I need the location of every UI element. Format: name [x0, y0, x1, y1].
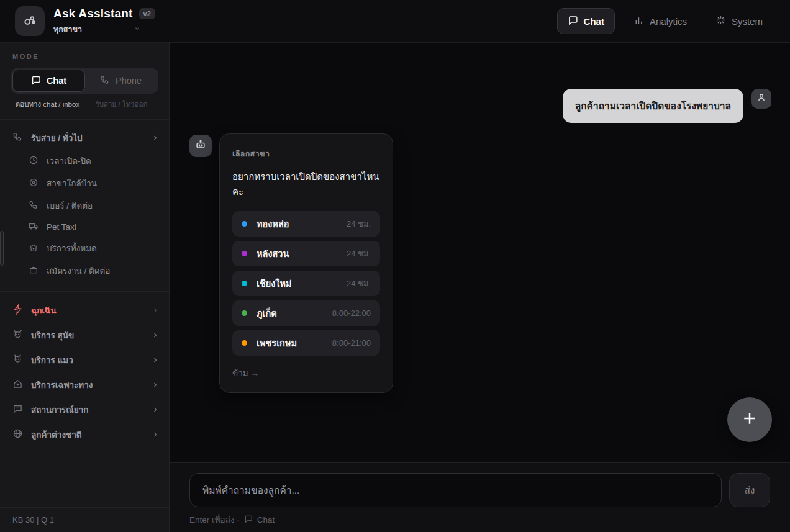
sidebar-group-dog-services[interactable]: บริการ สุนัข [0, 323, 169, 348]
sidebar-group-cat-services[interactable]: บริการ แมว [0, 348, 169, 372]
mode-phone-label: Phone [116, 76, 142, 86]
mode-descriptions: ตอบทาง chat / inbox รับสาย / โทรออก [11, 99, 158, 110]
question-input[interactable] [189, 473, 722, 507]
tab-system-label: System [732, 16, 763, 27]
sidebar-item-label: สมัครงาน / ติดต่อ [47, 264, 110, 277]
mode-phone-desc: รับสาย / โทรออก [84, 99, 158, 110]
composer-hint: Enter เพื่อส่ง · Chat [189, 513, 770, 526]
tab-system[interactable]: System [706, 9, 773, 34]
branch-option-chiangmai[interactable]: เชียงใหม่ 24 ชม. [232, 271, 380, 296]
sidebar-group-general[interactable]: รับสาย / ทั่วไป [0, 126, 169, 150]
branch-name: เชียงใหม่ [257, 276, 347, 291]
card-question: อยากทราบเวลาเปิดปิดของสาขาไหนคะ [232, 169, 380, 199]
chevron-right-icon [152, 331, 159, 339]
branch-list: ทองหล่อ 24 ชม. หลังสวน 24 ชม. เชียงใหม่ [232, 211, 380, 356]
sidebar-scrollbar[interactable] [0, 231, 4, 266]
globe-icon [12, 428, 23, 441]
branch-selector-value: ทุกสาขา [53, 23, 82, 35]
branch-dot [242, 251, 247, 256]
bag-plus-icon [29, 243, 39, 255]
tab-analytics-label: Analytics [650, 16, 687, 27]
bot-message-row: เลือกสาขา อยากทราบเวลาเปิดปิดของสาขาไหนค… [189, 133, 771, 393]
chevron-right-icon [152, 307, 159, 314]
chevron-right-icon [152, 381, 159, 389]
caret-down-icon [134, 25, 140, 34]
sidebar-group-specialty-services[interactable]: บริการเฉพาะทาง [0, 372, 169, 397]
main-panel: ลูกค้าถามเวลาเปิดปิดของโรงพยาบาล [170, 43, 790, 532]
sidebar: MODE Chat Phone [0, 43, 170, 532]
sidebar-item-open-hours[interactable]: เวลาเปิด-ปิด [0, 150, 169, 172]
branch-selector[interactable]: ทุกสาขา [53, 23, 140, 35]
sidebar-item-pet-taxi[interactable]: Pet Taxi [0, 217, 169, 237]
sidebar-group-label: สถานการณ์ยาก [31, 403, 143, 417]
mode-section-label: MODE [0, 53, 169, 60]
branch-name: เพชรเกษม [257, 336, 332, 350]
chevron-right-icon [152, 134, 159, 142]
user-avatar [751, 89, 771, 109]
chat-bubble-icon [568, 15, 578, 27]
plus-icon [740, 409, 759, 430]
mode-phone-button[interactable]: Phone [85, 70, 157, 92]
mode-chat-button[interactable]: Chat [12, 70, 85, 92]
kb-stats: KB 30 | Q 1 [12, 515, 54, 525]
sidebar-item-jobs-contact[interactable]: สมัครงาน / ติดต่อ [0, 259, 169, 282]
sidebar-group-label: บริการ สุนัข [31, 328, 143, 342]
branch-option-thonglor[interactable]: ทองหล่อ 24 ชม. [232, 211, 380, 237]
branch-dot [242, 310, 247, 316]
branch-dot [242, 340, 247, 346]
chat-bubble-icon [31, 75, 41, 87]
branch-hours: 8:00-21:00 [332, 338, 371, 348]
skip-link[interactable]: ข้าม → [232, 366, 380, 380]
app-header: Ask Assistant v2 ทุกสาขา Chat [0, 0, 790, 43]
truck-icon [29, 221, 39, 233]
cat-icon [12, 354, 23, 366]
hint-mode: Chat [257, 515, 275, 525]
branch-option-phuket[interactable]: ภูเก็ต 8:00-22:00 [232, 300, 380, 326]
sidebar-group-label: บริการ แมว [31, 353, 143, 367]
branch-picker-card: เลือกสาขา อยากทราบเวลาเปิดปิดของสาขาไหนค… [219, 133, 393, 393]
branch-dot [242, 221, 247, 227]
tab-analytics[interactable]: Analytics [624, 9, 697, 34]
sidebar-group-foreign-customers[interactable]: ลูกค้าต่างชาติ [0, 422, 169, 447]
sidebar-item-label: Pet Taxi [47, 222, 76, 232]
sidebar-divider [0, 291, 169, 292]
chat-bubble-icon [244, 515, 253, 525]
branch-dot [242, 281, 247, 286]
user-message-row: ลูกค้าถามเวลาเปิดปิดของโรงพยาบาล [189, 89, 771, 123]
card-label: เลือกสาขา [232, 148, 380, 160]
sidebar-group-difficult-situations[interactable]: สถานการณ์ยาก [0, 397, 169, 422]
dog-icon [12, 329, 23, 341]
sidebar-item-nearby-branch[interactable]: สาขาใกล้บ้าน [0, 172, 169, 194]
sidebar-item-label: เบอร์ / ติดต่อ [47, 199, 93, 212]
hint-text: Enter เพื่อส่ง · [189, 513, 240, 526]
briefcase-icon [29, 265, 39, 277]
bar-chart-icon [633, 15, 644, 27]
sidebar-item-label: เวลาเปิด-ปิด [47, 154, 91, 168]
sparkle-icon [715, 15, 726, 27]
branch-name: หลังสวน [257, 246, 347, 261]
branch-hours: 24 ชม. [347, 217, 371, 230]
phone-icon [100, 75, 110, 87]
robot-icon [194, 138, 207, 153]
branch-hours: 24 ชม. [347, 247, 371, 260]
branch-hours: 8:00-22:00 [332, 309, 371, 318]
version-badge: v2 [139, 8, 155, 19]
sidebar-group-emergency[interactable]: ฉุกเฉิน [0, 298, 169, 323]
lightning-bolt-icon [12, 304, 23, 317]
phone-icon [29, 200, 39, 212]
mode-chat-desc: ตอบทาง chat / inbox [11, 99, 84, 110]
send-button[interactable]: ส่ง [729, 473, 770, 507]
branch-hours: 24 ชม. [347, 277, 371, 290]
sidebar-group-label: รับสาย / ทั่วไป [31, 131, 143, 145]
sidebar-item-contact-number[interactable]: เบอร์ / ติดต่อ [0, 194, 169, 217]
tab-chat[interactable]: Chat [557, 8, 615, 34]
clock-icon [29, 155, 39, 167]
branch-option-langsuan[interactable]: หลังสวน 24 ชม. [232, 241, 380, 266]
new-chat-fab[interactable] [727, 397, 772, 442]
hospital-building-icon [12, 379, 23, 391]
branch-option-phetkasem[interactable]: เพชรเกษม 8:00-21:00 [232, 330, 380, 356]
sidebar-group-label: ฉุกเฉิน [31, 304, 143, 317]
app-root: Ask Assistant v2 ทุกสาขา Chat [0, 0, 790, 532]
app-title: Ask Assistant [53, 7, 133, 20]
sidebar-item-all-services[interactable]: บริการทั้งหมด [0, 237, 169, 259]
